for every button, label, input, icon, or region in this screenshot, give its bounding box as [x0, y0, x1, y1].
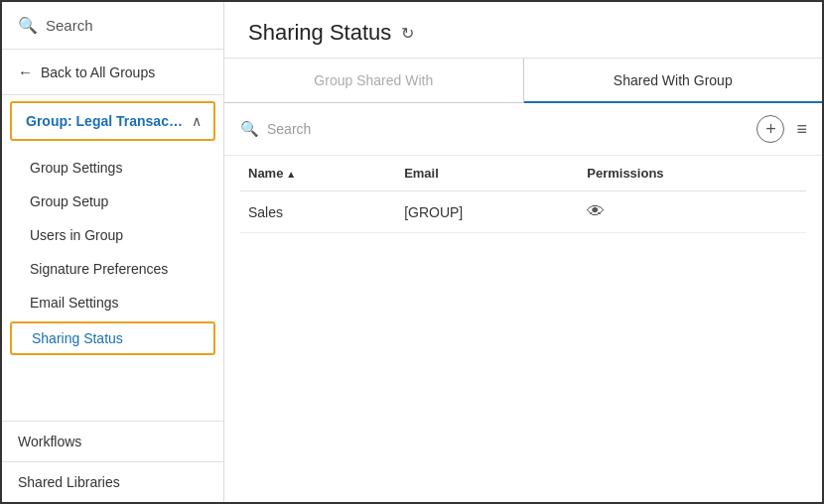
main-header: Sharing Status ↻ [224, 2, 822, 59]
search-input-wrap: 🔍 [240, 120, 749, 138]
sidebar: 🔍 Search ← Back to All Groups Group: Leg… [2, 2, 224, 502]
table-row: Sales[GROUP]👁 [240, 191, 806, 233]
sidebar-item-group-settings[interactable]: Group Settings [2, 151, 223, 185]
sharing-table: Name Email Permissions Sales[GROUP]👁 [240, 156, 806, 233]
col-name[interactable]: Name [240, 156, 396, 191]
sidebar-nav: Group SettingsGroup SetupUsers in GroupS… [2, 147, 223, 361]
eye-icon[interactable]: 👁 [587, 201, 605, 221]
menu-icon[interactable]: ≡ [796, 119, 806, 140]
search-bar-row: 🔍 + ≡ [224, 103, 822, 156]
cell-name: Sales [240, 191, 396, 233]
sidebar-section-workflows[interactable]: Workflows [2, 421, 223, 461]
cell-permissions: 👁 [579, 191, 806, 233]
sidebar-item-email-settings[interactable]: Email Settings [2, 286, 223, 319]
table-header-row: Name Email Permissions [240, 156, 806, 191]
search-bar-icon: 🔍 [240, 120, 259, 138]
tab-group-shared-with[interactable]: Group Shared With [224, 59, 524, 102]
tab-shared-with-group[interactable]: Shared With Group [524, 59, 823, 102]
page-title: Sharing Status [248, 20, 391, 46]
sidebar-item-sharing-status[interactable]: Sharing Status [10, 321, 215, 355]
search-bar-actions: + ≡ [756, 115, 806, 143]
add-button[interactable]: + [756, 115, 784, 143]
group-name-label: Group: Legal Transacti... [26, 113, 185, 129]
sidebar-item-group-setup[interactable]: Group Setup [2, 185, 223, 218]
main-content: Sharing Status ↻ Group Shared WithShared… [224, 2, 822, 502]
sidebar-item-users-in-group[interactable]: Users in Group [2, 218, 223, 252]
cell-email: [GROUP] [396, 191, 579, 233]
sidebar-search-label: Search [46, 17, 93, 34]
refresh-icon[interactable]: ↻ [401, 24, 414, 43]
col-permissions[interactable]: Permissions [579, 156, 806, 191]
tabs-row: Group Shared WithShared With Group [224, 59, 822, 103]
back-label: Back to All Groups [41, 64, 155, 80]
table-wrap: Name Email Permissions Sales[GROUP]👁 [224, 156, 822, 502]
search-icon: 🔍 [18, 16, 38, 35]
col-email[interactable]: Email [396, 156, 579, 191]
search-input[interactable] [267, 121, 749, 137]
sidebar-search-button[interactable]: 🔍 Search [2, 2, 223, 50]
back-to-groups-button[interactable]: ← Back to All Groups [2, 50, 223, 95]
chevron-up-icon: ∧ [192, 113, 202, 129]
sidebar-item-signature-preferences[interactable]: Signature Preferences [2, 252, 223, 286]
group-header[interactable]: Group: Legal Transacti... ∧ [10, 101, 215, 141]
back-arrow-icon: ← [18, 63, 33, 80]
sidebar-section-shared-libraries[interactable]: Shared Libraries [2, 461, 223, 502]
